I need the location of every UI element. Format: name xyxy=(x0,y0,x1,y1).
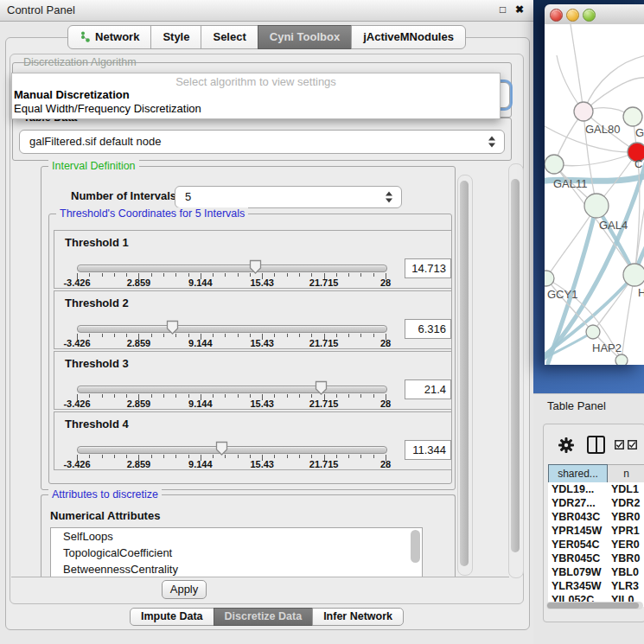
checkbox-checked-icon[interactable] xyxy=(628,440,637,450)
table-row[interactable]: YDL19...YDL1 xyxy=(548,482,644,496)
tab-style[interactable]: Style xyxy=(150,25,201,49)
tab-label: Cyni Toolbox xyxy=(270,30,340,43)
panel-scrollbar[interactable] xyxy=(508,163,524,578)
cell-name: YBR0 xyxy=(611,510,640,524)
interval-definition-group-title: Interval Definition xyxy=(48,160,139,172)
slider-tick xyxy=(114,455,115,458)
gear-icon[interactable] xyxy=(558,437,574,453)
close-window-icon[interactable]: ✖ xyxy=(515,3,524,16)
network-node[interactable] xyxy=(623,264,644,286)
threshold-value-input[interactable]: 14.713 xyxy=(405,258,451,278)
threshold-slider-thumb[interactable] xyxy=(166,320,179,335)
slider-tick xyxy=(238,273,239,277)
tab-jactivemnodules[interactable]: jActiveMNodules xyxy=(351,25,466,49)
slider-tick xyxy=(250,455,251,458)
slider-tick xyxy=(373,394,374,398)
slider-tick-label: -3.426 xyxy=(55,338,99,348)
network-node[interactable] xyxy=(615,354,628,365)
zoom-traffic-light-icon[interactable] xyxy=(583,9,596,22)
slider-tick xyxy=(360,334,361,337)
threshold-slider-thumb[interactable] xyxy=(315,380,328,395)
column-header-name[interactable]: n xyxy=(608,464,644,484)
slider-tick xyxy=(336,455,337,458)
slider-tick xyxy=(102,394,103,398)
threshold-value-input[interactable]: 6.316 xyxy=(405,319,451,339)
slider-tick xyxy=(102,334,103,337)
threshold-value-input[interactable]: 11.344 xyxy=(405,440,451,460)
table-row[interactable]: YLR345WYLR3 xyxy=(548,579,644,593)
cell-shared-name: YLR345W xyxy=(552,579,602,593)
table-horizontal-scrollbar[interactable] xyxy=(546,602,643,609)
panel-scrollbar-thumb[interactable] xyxy=(511,179,520,552)
cell-shared-name: YBL079W xyxy=(552,565,602,579)
slider-tick xyxy=(175,455,176,458)
network-node[interactable] xyxy=(586,325,600,339)
attributes-list-scrollbar-thumb[interactable] xyxy=(411,530,420,563)
tab-select[interactable]: Select xyxy=(201,25,258,49)
close-traffic-light-icon[interactable] xyxy=(550,9,563,22)
slider-tick xyxy=(373,334,374,337)
table-row[interactable]: YDR27...YDR2 xyxy=(548,496,644,510)
attribute-list-item[interactable]: TopologicalCoefficient xyxy=(51,545,422,561)
slider-tick xyxy=(348,394,349,398)
attribute-list-item[interactable]: BetweennessCentrality xyxy=(51,561,422,577)
attributes-group-title: Attributes to discretize xyxy=(48,488,162,501)
network-node[interactable] xyxy=(545,271,554,286)
network-node[interactable] xyxy=(623,107,642,126)
cell-shared-name: YDL19... xyxy=(552,482,594,496)
apply-button[interactable]: Apply xyxy=(162,580,207,599)
slider-tick xyxy=(89,455,90,458)
slider-tick xyxy=(336,394,337,398)
settings-scrollbar-thumb[interactable] xyxy=(460,181,469,566)
slider-tick-label: -3.426 xyxy=(55,399,99,409)
threshold-slider-thumb[interactable] xyxy=(215,441,228,456)
threshold-slider-track[interactable] xyxy=(77,386,387,393)
slider-tick xyxy=(274,455,275,458)
slider-tick xyxy=(225,334,226,337)
threshold-slider-track[interactable] xyxy=(77,325,387,333)
slider-tick-label: 15.43 xyxy=(240,338,284,348)
checkbox-checked-icon[interactable] xyxy=(615,440,624,450)
algorithm-option-equal-width[interactable]: Equal Width/Frequency Discretization xyxy=(14,102,201,115)
threshold-slider-track[interactable] xyxy=(77,265,387,272)
slider-tick xyxy=(336,334,337,337)
cyni-mode-tabs: Impute DataDiscretize DataInfer Network xyxy=(0,608,533,626)
slider-tick xyxy=(188,273,189,277)
slider-tick-label: -3.426 xyxy=(55,459,99,469)
table-panel-title: Table Panel xyxy=(547,399,606,412)
table-row[interactable]: YBR043CYBR0 xyxy=(548,510,644,524)
column-header-shared-name[interactable]: shared... xyxy=(548,464,608,484)
tab-infer-network[interactable]: Infer Network xyxy=(312,608,404,626)
table-row[interactable]: YPR145WYPR1 xyxy=(548,524,644,538)
tab-cyni-toolbox[interactable]: Cyni Toolbox xyxy=(258,25,352,49)
threshold-slider-thumb[interactable] xyxy=(249,259,262,274)
slider-tick xyxy=(151,394,152,398)
tab-discretize-data[interactable]: Discretize Data xyxy=(214,608,314,626)
table-data-combobox[interactable]: galFiltered.sif default node xyxy=(19,130,505,154)
algorithm-option-manual[interactable]: Manual Discretization xyxy=(14,88,130,101)
table-row[interactable]: YER054CYER0 xyxy=(548,538,644,552)
slider-tick xyxy=(126,273,127,277)
tab-impute-data[interactable]: Impute Data xyxy=(130,608,214,626)
float-window-icon[interactable]: □ xyxy=(500,3,506,16)
threshold-slider-track[interactable] xyxy=(77,446,387,454)
tab-network[interactable]: Network xyxy=(67,25,151,49)
network-node-label: GAL4 xyxy=(599,219,628,232)
network-node[interactable] xyxy=(545,155,564,174)
control-panel-title: Control Panel xyxy=(7,3,75,16)
network-canvas[interactable]: GAL80GACGAL11GAL4GCY1HHAP2 xyxy=(545,24,644,365)
network-node[interactable] xyxy=(584,194,609,218)
number-of-intervals-combobox[interactable]: 5 xyxy=(175,186,402,208)
settings-scrollbar[interactable] xyxy=(457,175,473,576)
table-row[interactable]: YBR045CYBR0 xyxy=(548,552,644,565)
threshold-value-input[interactable]: 21.4 xyxy=(405,379,451,399)
table-row[interactable]: YBL079WYBL0 xyxy=(548,565,644,579)
attribute-list-item[interactable]: SelfLoops xyxy=(51,528,422,545)
numerical-attributes-list: SelfLoopsTopologicalCoefficientBetweenne… xyxy=(50,527,423,577)
network-node[interactable] xyxy=(574,102,593,121)
slider-tick xyxy=(311,334,312,337)
split-columns-icon[interactable] xyxy=(587,436,605,454)
table-horizontal-scrollbar-thumb[interactable] xyxy=(547,603,639,609)
minimize-traffic-light-icon[interactable] xyxy=(566,9,579,22)
slider-tick-label: 28 xyxy=(364,338,407,348)
